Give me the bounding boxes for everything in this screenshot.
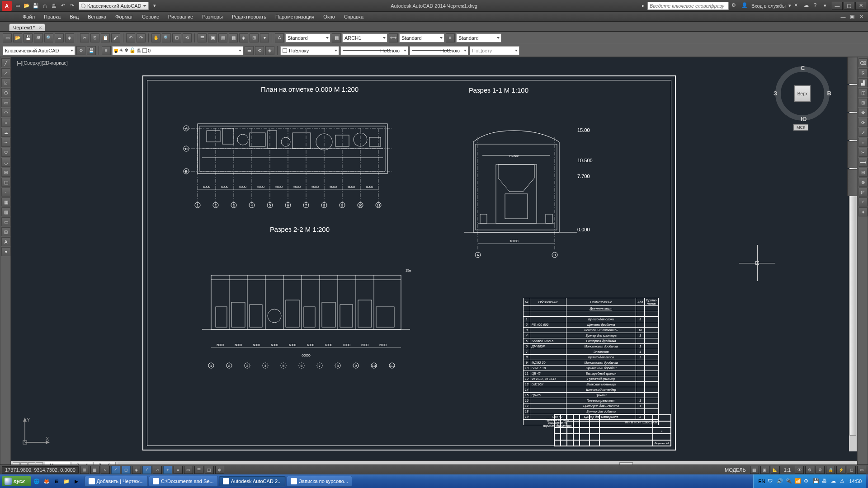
preview-icon[interactable]: 🔍 — [44, 33, 53, 42]
ducs-button[interactable]: ⊿ — [153, 466, 162, 474]
copy-icon[interactable]: ⎘ — [90, 33, 99, 42]
markup-icon[interactable]: ◈ — [239, 33, 248, 42]
viewcube[interactable]: С Ю В З Верх МСК — [775, 66, 830, 121]
doc-close-button[interactable]: ✕ — [857, 13, 865, 21]
help-icon[interactable]: ? — [814, 2, 821, 9]
publish-icon[interactable]: ☁ — [55, 33, 64, 42]
qat-overflow-icon[interactable]: ▾ — [151, 2, 159, 10]
annoautoscale-icon[interactable]: ⚙ — [805, 466, 814, 474]
pan-icon[interactable]: ✋ — [151, 33, 160, 42]
ql-wmp-icon[interactable]: ▶ — [72, 476, 81, 486]
taskbar-button[interactable]: Autodesk AutoCAD 2... — [219, 476, 286, 487]
tray-icon[interactable]: 🛡 — [768, 478, 774, 484]
tray-icon[interactable]: 🔊 — [777, 478, 783, 484]
workspace2-dropdown[interactable]: Классический AutoCAD — [3, 46, 75, 55]
tray-icon[interactable]: ⚙ — [804, 478, 810, 484]
language-indicator[interactable]: EN — [758, 479, 765, 484]
fillet-icon[interactable]: ◜ — [859, 197, 868, 206]
extend-icon[interactable]: ⟶ — [859, 158, 868, 167]
quickcalc-icon[interactable]: ⊞ — [250, 33, 259, 42]
ql-desktop-icon[interactable]: 🖥 — [52, 476, 61, 486]
arc-icon[interactable]: ◠ — [1, 108, 10, 117]
layer-manager-icon[interactable]: ☰ — [245, 46, 254, 55]
ql-explorer-icon[interactable]: 📁 — [62, 476, 71, 486]
tablestyle-dropdown[interactable]: ARCH1 — [342, 33, 387, 42]
otrack-button[interactable]: ∠ — [142, 466, 151, 474]
app-icon[interactable]: A — [2, 1, 12, 11]
help-search-input[interactable] — [647, 2, 729, 10]
new-icon[interactable]: ▭ — [14, 2, 22, 10]
ql-ie-icon[interactable]: 🌐 — [32, 476, 41, 486]
document-tab[interactable]: Чертеж1* ✕ — [9, 23, 45, 31]
exchange-icon[interactable]: ✕ — [794, 2, 801, 9]
layer-states-icon[interactable]: ≡ — [102, 46, 111, 55]
minimize-button[interactable]: — — [832, 2, 843, 10]
mlstyle-dropdown[interactable]: Standard — [456, 33, 501, 42]
saveas-icon[interactable]: ⎙ — [41, 2, 49, 10]
tray-icon[interactable]: 🔌 — [786, 478, 792, 484]
plot-icon[interactable]: 🖶 — [34, 33, 43, 42]
model-space-button[interactable]: МОДЕЛЬ — [722, 467, 749, 473]
menu-help[interactable]: Справка — [340, 13, 368, 21]
cleanscreen-icon[interactable]: ▭ — [857, 466, 866, 474]
color-dropdown[interactable]: ПоБлоку — [280, 46, 339, 55]
textstyle-dropdown[interactable]: Standard — [285, 33, 330, 42]
menu-parametric[interactable]: Параметризация — [271, 13, 319, 21]
menu-tools[interactable]: Сервис — [137, 13, 164, 21]
menu-dimension[interactable]: Размеры — [198, 13, 227, 21]
quickview-layouts-icon[interactable]: ▦ — [750, 466, 759, 474]
palette-tab-1[interactable] — [847, 57, 857, 84]
tray-icon[interactable]: 💾 — [813, 478, 819, 484]
palette-tab-4[interactable] — [847, 141, 857, 168]
designcenter-icon[interactable]: ▣ — [208, 33, 217, 42]
viewcube-top-face[interactable]: Верх — [794, 85, 811, 102]
viewport-label[interactable]: [–][Сверху][2D-каркас] — [17, 60, 68, 66]
print-icon[interactable]: 🖶 — [50, 2, 58, 10]
toolpalettes-icon[interactable]: ▤ — [218, 33, 227, 42]
palette-tab-2[interactable] — [847, 85, 857, 112]
point-icon[interactable]: · — [1, 188, 10, 197]
matchprop-icon[interactable]: 🖌 — [111, 33, 120, 42]
circle-icon[interactable]: ○ — [1, 118, 10, 127]
annotation-scale[interactable]: 1:1 — [781, 467, 793, 473]
menu-modify[interactable]: Редактировать — [227, 13, 271, 21]
workspace-switch-icon[interactable]: ⚙ — [816, 466, 825, 474]
tray-icon[interactable]: 📶 — [795, 478, 801, 484]
workspace-settings-icon[interactable]: ⚙ — [76, 46, 85, 55]
tray-icon[interactable]: 🖶 — [822, 478, 828, 484]
scale-icon[interactable]: ⤢ — [859, 128, 868, 137]
toolbar-lock-icon[interactable]: 🔒 — [826, 466, 835, 474]
properties-icon[interactable]: ☰ — [198, 33, 207, 42]
layer-previous-icon[interactable]: ⟲ — [255, 46, 264, 55]
break-icon[interactable]: ⊟ — [859, 168, 868, 177]
erase-icon[interactable]: ⌫ — [859, 58, 868, 67]
rotate-icon[interactable]: ⟳ — [859, 118, 868, 127]
polyline-icon[interactable]: ⟀ — [1, 78, 10, 87]
3dosnap-button[interactable]: ◈ — [132, 466, 141, 474]
mlstyle-icon[interactable]: ≡ — [446, 33, 455, 42]
layer-dropdown[interactable]: ● ☀❄🔓🖶 0 — [112, 46, 243, 55]
array-icon[interactable]: ⊞ — [859, 98, 868, 107]
taskbar-button[interactable]: Добавить | Чертеж... — [85, 476, 148, 487]
layer-match-icon[interactable]: ◈ — [265, 46, 274, 55]
tray-icon[interactable]: ⚠ — [840, 478, 846, 484]
workspace-save-icon[interactable]: 💾 — [87, 46, 96, 55]
textstyle-icon[interactable]: A — [275, 33, 284, 42]
zoom-prev-icon[interactable]: ⟲ — [183, 33, 192, 42]
menu-draw[interactable]: Рисование — [164, 13, 198, 21]
polar-button[interactable]: ∠ — [111, 466, 120, 474]
zoom-realtime-icon[interactable]: 🔍 — [162, 33, 171, 42]
qp-button[interactable]: ☰ — [194, 466, 203, 474]
doc-minimize-button[interactable]: — — [839, 13, 847, 21]
trim-icon[interactable]: ✂ — [859, 148, 868, 157]
explode-icon[interactable]: ✦ — [859, 207, 868, 216]
move-icon[interactable]: ✥ — [859, 108, 868, 117]
dimstyle-dropdown[interactable]: Standard — [399, 33, 444, 42]
grid-button[interactable]: ▦ — [90, 466, 99, 474]
polygon-icon[interactable]: ⬠ — [1, 88, 10, 97]
sc-button[interactable]: ◫ — [205, 466, 214, 474]
mtext-icon[interactable]: A — [1, 237, 10, 246]
dyn-button[interactable]: + — [163, 466, 172, 474]
start-button[interactable]: пуск — [2, 476, 31, 486]
stay-connected-icon[interactable]: ☁ — [804, 2, 811, 9]
